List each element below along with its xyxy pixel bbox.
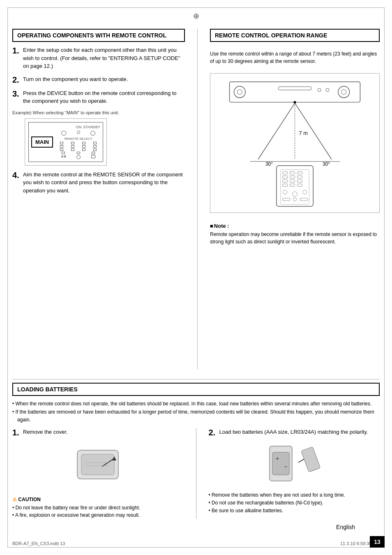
rbtn-up (91, 155, 95, 158)
svg-rect-24 (283, 180, 288, 182)
rbtn-3 (82, 142, 85, 144)
svg-point-6 (318, 88, 321, 92)
range-diagram: 7 m 30° 30° (210, 73, 380, 213)
right-bullet-3: • Be sure to use alkaline batteries. (209, 507, 380, 515)
svg-text:+: + (276, 455, 279, 462)
svg-rect-26 (297, 180, 302, 182)
loading-bullet-2: • If the batteries are removed or have b… (12, 408, 380, 424)
loading-vertical-divider (196, 428, 196, 519)
rbtn-1 (60, 142, 63, 144)
svg-rect-1 (279, 87, 311, 90)
loading-step-1: 1. Remove the cover. (12, 428, 184, 437)
caution-header: ⚠ CAUTION (12, 497, 184, 502)
remote-inner: MAIN ON STANDBY (28, 122, 103, 162)
right-bullet-2: • Do not use the rechargeable batteries … (209, 499, 380, 507)
svg-point-34 (293, 198, 297, 201)
battery-insert-svg: + − (267, 442, 321, 487)
svg-rect-18 (283, 172, 288, 174)
svg-rect-25 (290, 180, 295, 182)
loading-two-col: 1. Remove the cover. (12, 428, 380, 519)
battery-cover-illustration (12, 442, 184, 493)
language-row: English (12, 522, 380, 530)
svg-text:−: − (284, 463, 287, 470)
step-2-number: 2. (12, 75, 21, 84)
page-number: 13 (370, 536, 385, 548)
loading-step-2: 2. Load two batteries (AAA size, LR03/24… (209, 428, 380, 437)
note-section: Note : Remote operation may become unrel… (210, 223, 380, 245)
svg-text:30°: 30° (323, 161, 330, 167)
svg-rect-23 (297, 176, 302, 178)
rbtn-4 (93, 142, 97, 144)
battery-illustrations: + − (209, 442, 380, 487)
caution-item-2: • A fire, explosion or excessive heat ge… (12, 511, 184, 519)
caution-item-1: • Do not leave the battery near fire or … (12, 504, 184, 511)
step-2-text: Turn on the component you want to operat… (23, 75, 128, 84)
rbtn-2 (71, 142, 74, 144)
loading-col-1: 1. Remove the cover. (12, 428, 184, 519)
rbtn-11 (82, 148, 85, 151)
note-text: Remote operation may become unreliable i… (210, 231, 380, 245)
step-4-number: 4. (12, 171, 21, 195)
svg-point-32 (302, 190, 307, 194)
remote-buttons: ON STANDBY REMOTE SELECT (56, 125, 100, 159)
main-button: MAIN (31, 136, 53, 148)
rbtn-14 (77, 152, 80, 154)
loading-step-2-text: Load two batteries (AAA size, LR03/24A) … (219, 428, 368, 437)
svg-rect-37 (81, 454, 114, 475)
note-header: Note : (210, 223, 380, 229)
caution-section: ⚠ CAUTION • Do not leave the battery nea… (12, 497, 184, 519)
left-column: OPERATING COMPONENTS WITH REMOTE CONTROL… (12, 29, 185, 369)
rbtn-6 (71, 145, 74, 148)
svg-point-7 (326, 88, 329, 92)
file-info: BDR-A7_EN_CS3.indb 13 (12, 541, 65, 546)
rbtn-8 (93, 145, 97, 148)
rbtn-12 (93, 148, 97, 151)
svg-rect-21 (283, 176, 288, 178)
svg-point-3 (237, 90, 242, 95)
remote-illustration: MAIN ON STANDBY (25, 118, 107, 166)
step-3-text: Press the DEVICE button on the remote co… (23, 89, 185, 105)
step-2: 2. Turn on the component you want to ope… (12, 75, 185, 84)
right-column: REMOTE CONTROL OPERATION RANGE Use the r… (210, 29, 380, 369)
top-section: OPERATING COMPONENTS WITH REMOTE CONTROL… (12, 29, 380, 369)
rbtn-5 (60, 145, 63, 148)
step-4: 4. Aim the remote control at the REMOTE … (12, 171, 185, 195)
rbtn-7 (82, 145, 85, 148)
rb-circle-1 (61, 131, 66, 136)
svg-point-5 (341, 90, 346, 95)
rbtn-circle-down (76, 155, 81, 159)
svg-point-4 (338, 86, 350, 98)
language-label: English (336, 524, 355, 530)
bottom-bar: BDR-A7_EN_CS3.indb 13 11.3.10 6:59:35 PM (12, 541, 380, 546)
svg-rect-20 (297, 172, 302, 174)
intro-text: Use the remote control within a range of… (210, 50, 380, 65)
remote-control-header: REMOTE CONTROL OPERATION RANGE (210, 29, 380, 42)
svg-rect-19 (290, 172, 295, 174)
loading-bullets: • When the remote control does not opera… (12, 400, 380, 424)
example-label: Example) When selecting "MAIN" to operat… (12, 110, 185, 115)
rbtn-10 (71, 148, 74, 151)
step-1-text: Enter the setup code for each component … (23, 46, 185, 70)
svg-rect-33 (283, 198, 290, 201)
svg-rect-28 (290, 184, 295, 186)
svg-rect-48 (301, 446, 320, 472)
svg-rect-35 (300, 198, 307, 201)
rb-circle-2 (77, 131, 80, 134)
rb-circle-3 (90, 131, 95, 136)
vertical-divider (197, 29, 198, 369)
right-bullet-1: • Remove the batteries when they are not… (209, 491, 380, 499)
main-content: OPERATING COMPONENTS WITH REMOTE CONTROL… (12, 29, 380, 530)
svg-rect-0 (230, 82, 360, 102)
svg-rect-17 (281, 170, 309, 204)
svg-rect-29 (297, 184, 302, 186)
top-crosshair: ⊕ (193, 12, 199, 21)
rbtn-9 (60, 148, 63, 151)
loading-batteries-section: LOADING BATTERIES • When the remote cont… (12, 376, 380, 519)
svg-point-30 (283, 190, 287, 194)
svg-point-31 (293, 192, 297, 197)
svg-point-2 (234, 86, 245, 98)
svg-text:30°: 30° (265, 161, 273, 167)
battery-cover-svg (65, 442, 131, 491)
right-bullet-list: • Remove the batteries when they are not… (209, 491, 380, 515)
step-3: 3. Press the DEVICE button on the remote… (12, 89, 185, 105)
